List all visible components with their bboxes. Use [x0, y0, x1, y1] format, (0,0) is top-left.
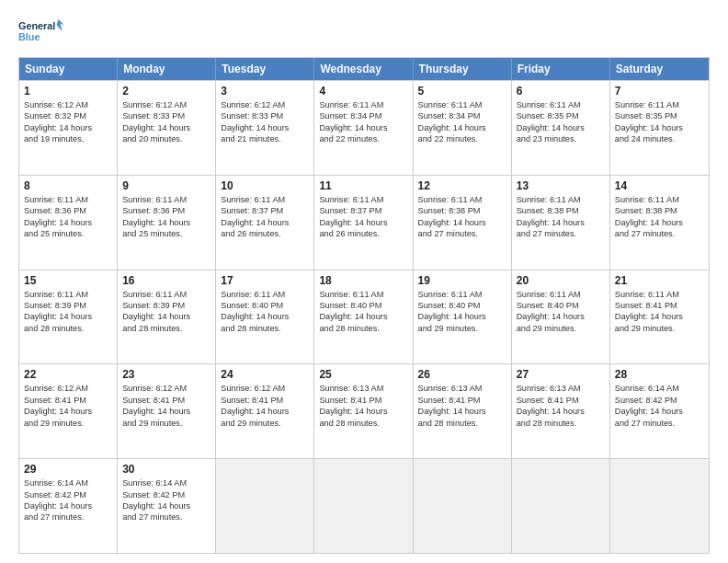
cell-info-line: Sunset: 8:42 PM	[122, 489, 210, 500]
cell-info-line: Daylight: 14 hours	[319, 406, 407, 417]
cell-info-line: Daylight: 14 hours	[517, 122, 605, 133]
calendar-row: 1Sunrise: 6:12 AMSunset: 8:32 PMDaylight…	[19, 80, 709, 175]
calendar-cell: 13Sunrise: 6:11 AMSunset: 8:38 PMDayligh…	[512, 176, 610, 270]
cell-info-line: Sunset: 8:36 PM	[122, 205, 210, 216]
cell-info-line: Sunset: 8:40 PM	[517, 300, 605, 311]
calendar-body: 1Sunrise: 6:12 AMSunset: 8:32 PMDaylight…	[19, 80, 709, 553]
calendar-cell: 19Sunrise: 6:11 AMSunset: 8:40 PMDayligh…	[414, 270, 512, 364]
cell-info-line: Sunset: 8:38 PM	[615, 205, 704, 216]
calendar-cell: 29Sunrise: 6:14 AMSunset: 8:42 PMDayligh…	[19, 459, 118, 553]
calendar-cell: 16Sunrise: 6:11 AMSunset: 8:39 PMDayligh…	[118, 270, 216, 364]
day-number: 6	[517, 85, 605, 98]
day-number: 21	[615, 274, 704, 287]
day-number: 3	[221, 85, 309, 98]
cell-info-line: Sunrise: 6:13 AM	[319, 383, 407, 394]
cell-info-line: Sunrise: 6:12 AM	[221, 99, 309, 110]
cell-info-line: Daylight: 14 hours	[122, 311, 210, 322]
calendar-cell: 9Sunrise: 6:11 AMSunset: 8:36 PMDaylight…	[118, 176, 216, 270]
cell-info-line: Sunrise: 6:11 AM	[122, 194, 210, 205]
calendar-cell	[216, 459, 314, 553]
cell-info-line: Sunrise: 6:11 AM	[615, 194, 704, 205]
cell-info-line: Sunset: 8:41 PM	[517, 395, 605, 406]
cell-info-line: and 29 minutes.	[418, 323, 506, 334]
cell-info-line: and 28 minutes.	[517, 418, 605, 429]
cell-info-line: Sunset: 8:34 PM	[418, 110, 506, 121]
calendar-cell: 8Sunrise: 6:11 AMSunset: 8:36 PMDaylight…	[19, 176, 118, 270]
cell-info-line: and 27 minutes.	[615, 418, 704, 429]
cell-info-line: and 28 minutes.	[319, 323, 407, 334]
calendar-row: 29Sunrise: 6:14 AMSunset: 8:42 PMDayligh…	[19, 458, 709, 553]
cell-info-line: Sunrise: 6:11 AM	[418, 289, 506, 300]
cell-info-line: Sunrise: 6:11 AM	[221, 289, 309, 300]
cell-info-line: Sunrise: 6:11 AM	[319, 289, 407, 300]
day-number: 11	[319, 179, 407, 192]
cell-info-line: Sunset: 8:36 PM	[24, 205, 112, 216]
cell-info-line: Daylight: 14 hours	[418, 311, 506, 322]
cell-info-line: Sunrise: 6:11 AM	[418, 99, 506, 110]
cell-info-line: Sunset: 8:34 PM	[319, 110, 407, 121]
cell-info-line: Sunset: 8:42 PM	[615, 395, 704, 406]
day-number: 26	[418, 368, 506, 381]
cell-info-line: Sunrise: 6:14 AM	[122, 477, 210, 488]
cell-info-line: and 24 minutes.	[615, 133, 704, 144]
calendar-cell: 11Sunrise: 6:11 AMSunset: 8:37 PMDayligh…	[314, 176, 413, 270]
calendar-cell: 28Sunrise: 6:14 AMSunset: 8:42 PMDayligh…	[610, 364, 709, 458]
calendar-cell: 4Sunrise: 6:11 AMSunset: 8:34 PMDaylight…	[314, 81, 413, 175]
cell-info-line: Daylight: 14 hours	[122, 500, 210, 511]
cell-info-line: Sunrise: 6:11 AM	[517, 289, 605, 300]
calendar-row: 22Sunrise: 6:12 AMSunset: 8:41 PMDayligh…	[19, 363, 709, 458]
cell-info-line: Sunrise: 6:11 AM	[615, 289, 704, 300]
day-number: 7	[615, 85, 704, 98]
cell-info-line: Daylight: 14 hours	[418, 406, 506, 417]
cell-info-line: and 26 minutes.	[319, 228, 407, 239]
day-number: 4	[319, 85, 407, 98]
cell-info-line: and 21 minutes.	[221, 133, 309, 144]
cell-info-line: and 28 minutes.	[122, 323, 210, 334]
cell-info-line: Daylight: 14 hours	[122, 217, 210, 228]
calendar-cell: 7Sunrise: 6:11 AMSunset: 8:35 PMDaylight…	[610, 81, 709, 175]
cell-info-line: Sunrise: 6:13 AM	[517, 383, 605, 394]
cell-info-line: Daylight: 14 hours	[517, 311, 605, 322]
logo: General Blue	[18, 15, 64, 48]
day-number: 17	[221, 274, 309, 287]
calendar-cell: 26Sunrise: 6:13 AMSunset: 8:41 PMDayligh…	[414, 364, 512, 458]
calendar-cell: 18Sunrise: 6:11 AMSunset: 8:40 PMDayligh…	[314, 270, 413, 364]
cell-info-line: Sunrise: 6:12 AM	[24, 383, 112, 394]
cell-info-line: and 19 minutes.	[24, 133, 112, 144]
cell-info-line: and 29 minutes.	[24, 418, 112, 429]
weekday-header: Saturday	[610, 58, 709, 80]
calendar-cell: 10Sunrise: 6:11 AMSunset: 8:37 PMDayligh…	[216, 176, 314, 270]
cell-info-line: Sunset: 8:37 PM	[319, 205, 407, 216]
cell-info-line: Daylight: 14 hours	[122, 122, 210, 133]
svg-marker-2	[57, 19, 64, 31]
day-number: 16	[122, 274, 210, 287]
cell-info-line: Daylight: 14 hours	[517, 217, 605, 228]
cell-info-line: Sunset: 8:40 PM	[221, 300, 309, 311]
cell-info-line: Sunset: 8:41 PM	[615, 300, 704, 311]
svg-text:Blue: Blue	[18, 31, 40, 42]
cell-info-line: and 28 minutes.	[319, 418, 407, 429]
calendar-cell	[610, 459, 709, 553]
header: General Blue	[18, 15, 710, 48]
cell-info-line: Sunrise: 6:14 AM	[615, 383, 704, 394]
calendar-cell: 24Sunrise: 6:12 AMSunset: 8:41 PMDayligh…	[216, 364, 314, 458]
cell-info-line: Sunset: 8:41 PM	[122, 395, 210, 406]
calendar-cell: 1Sunrise: 6:12 AMSunset: 8:32 PMDaylight…	[19, 81, 118, 175]
cell-info-line: Sunset: 8:33 PM	[122, 110, 210, 121]
calendar: SundayMondayTuesdayWednesdayThursdayFrid…	[18, 57, 710, 554]
cell-info-line: and 20 minutes.	[122, 133, 210, 144]
calendar-cell: 2Sunrise: 6:12 AMSunset: 8:33 PMDaylight…	[118, 81, 216, 175]
calendar-header: SundayMondayTuesdayWednesdayThursdayFrid…	[19, 58, 709, 80]
cell-info-line: Daylight: 14 hours	[24, 122, 112, 133]
cell-info-line: and 27 minutes.	[615, 228, 704, 239]
cell-info-line: Sunset: 8:40 PM	[319, 300, 407, 311]
cell-info-line: Sunrise: 6:11 AM	[615, 99, 704, 110]
day-number: 9	[122, 179, 210, 192]
cell-info-line: Sunrise: 6:12 AM	[221, 383, 309, 394]
calendar-cell: 17Sunrise: 6:11 AMSunset: 8:40 PMDayligh…	[216, 270, 314, 364]
cell-info-line: Sunset: 8:40 PM	[418, 300, 506, 311]
cell-info-line: and 28 minutes.	[418, 418, 506, 429]
cell-info-line: and 29 minutes.	[517, 323, 605, 334]
cell-info-line: Sunset: 8:35 PM	[517, 110, 605, 121]
calendar-cell	[512, 459, 610, 553]
